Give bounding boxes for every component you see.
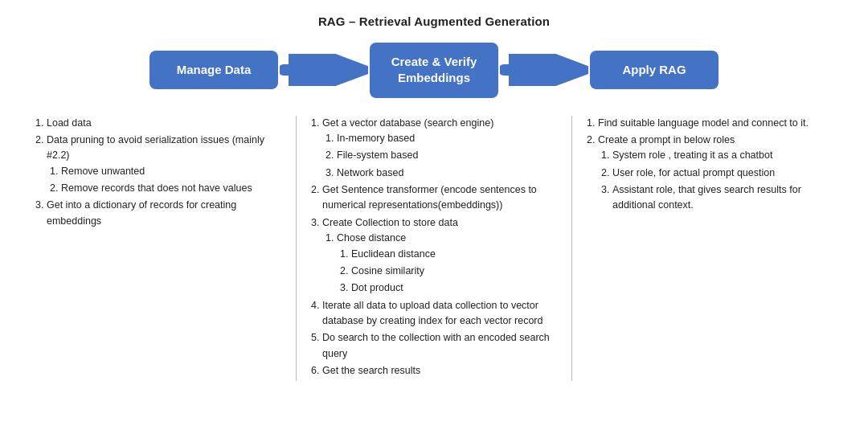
- manage-data-list: Load data Data pruning to avoid serializ…: [32, 116, 278, 230]
- sub-sub-list: Euclidean distance Cosine similarity Dot…: [337, 247, 554, 297]
- flow-box-manage-data: Manage Data: [149, 51, 278, 89]
- list-item: Remove records that does not have values: [61, 181, 278, 196]
- list-item: In-memory based: [337, 131, 554, 146]
- list-item: System role , treating it as a chatbot: [612, 148, 829, 163]
- flow-box-create-verify: Create & VerifyEmbeddings: [370, 43, 498, 98]
- list-item: Get a vector database (search engine) In…: [322, 116, 554, 182]
- list-item: Dot product: [351, 280, 554, 296]
- create-verify-content: Get a vector database (search engine) In…: [300, 116, 568, 381]
- apply-rag-list: Find suitable language model and connect…: [583, 116, 829, 214]
- sub-list: Chose distance Euclidean distance Cosine…: [322, 231, 554, 297]
- list-item: Data pruning to avoid serialization issu…: [47, 133, 278, 197]
- arrow-1: [280, 54, 368, 86]
- list-item: Load data: [47, 116, 278, 131]
- manage-data-content: Load data Data pruning to avoid serializ…: [24, 116, 293, 231]
- arrow-2: [500, 54, 588, 86]
- list-item: User role, for actual prompt question: [612, 166, 829, 181]
- content-row: Load data Data pruning to avoid serializ…: [16, 116, 852, 381]
- sub-list: System role , treating it as a chatbot U…: [598, 148, 829, 214]
- list-item: File-system based: [337, 148, 554, 163]
- flow-box-apply-rag: Apply RAG: [590, 51, 719, 89]
- list-item: Create Collection to store data Chose di…: [322, 215, 554, 297]
- list-item: Get Sentence transformer (encode sentenc…: [322, 182, 554, 214]
- divider-2: [571, 116, 572, 381]
- flow-row: Manage Data Create & VerifyEmbeddings Ap…: [16, 43, 852, 98]
- list-item: Cosine similarity: [351, 264, 554, 279]
- list-item: Iterate all data to upload data collecti…: [322, 298, 554, 330]
- page-title: RAG – Retrieval Augmented Generation: [16, 14, 852, 28]
- create-verify-list: Get a vector database (search engine) In…: [308, 116, 554, 379]
- list-item: Create a prompt in below roles System ro…: [598, 133, 829, 214]
- sub-list: Remove unwanted Remove records that does…: [47, 164, 278, 197]
- list-item: Remove unwanted: [61, 164, 278, 179]
- divider-1: [296, 116, 297, 381]
- list-item: Find suitable language model and connect…: [598, 116, 829, 131]
- list-item: Euclidean distance: [351, 247, 554, 262]
- list-item: Network based: [337, 166, 554, 181]
- apply-rag-content: Find suitable language model and connect…: [575, 116, 844, 215]
- list-item: Get into a dictionary of records for cre…: [47, 198, 278, 229]
- list-item: Do search to the collection with an enco…: [322, 330, 554, 362]
- sub-list: In-memory based File-system based Networ…: [322, 131, 554, 181]
- list-item: Get the search results: [322, 363, 554, 379]
- list-item: Chose distance Euclidean distance Cosine…: [337, 231, 554, 297]
- list-item: Assistant role, that gives search result…: [612, 182, 829, 214]
